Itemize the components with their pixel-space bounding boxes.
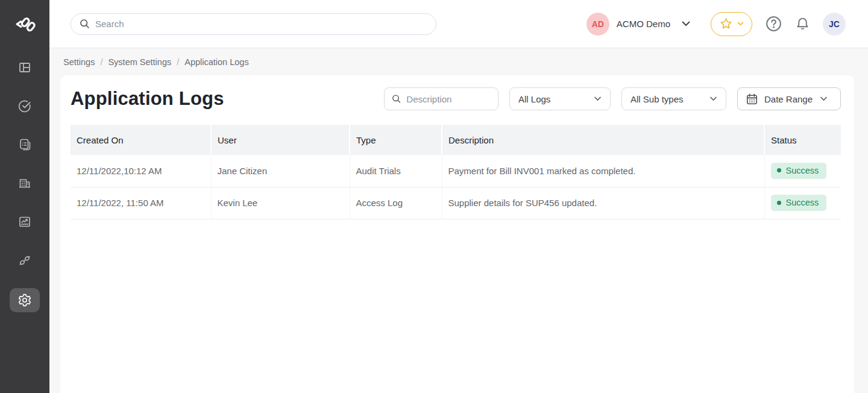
cell-status: Success [764, 187, 841, 219]
date-range-label: Date Range [764, 94, 813, 104]
table-header: Created On User Type Description Status [71, 125, 841, 155]
cell-user: Kevin Lee [211, 187, 350, 219]
chevron-down-icon [709, 96, 717, 101]
org-avatar[interactable]: AD [587, 13, 609, 36]
check-circle-icon [17, 99, 32, 113]
status-label: Success [786, 198, 819, 207]
brand-logo-icon [11, 10, 39, 38]
card-header: Application Logs All Logs [71, 75, 841, 125]
description-filter-input[interactable] [406, 94, 491, 104]
sidebar-item-documents[interactable] [0, 125, 49, 164]
application-logs-table: Created On User Type Description Status … [71, 125, 841, 219]
column-header-created-on: Created On [71, 125, 211, 155]
chevron-down-icon [682, 21, 690, 27]
status-badge: Success [771, 163, 827, 179]
cell-created-on: 12/11/2022,10:12 AM [71, 155, 211, 187]
help-button[interactable] [766, 16, 782, 32]
topbar: AD ACMO Demo [49, 0, 868, 48]
search-icon [392, 93, 401, 104]
notifications-button[interactable] [795, 16, 810, 31]
brand-logo[interactable] [11, 0, 39, 48]
log-type-select[interactable]: All Logs [509, 87, 611, 110]
filters: All Logs All Sub types [384, 87, 841, 110]
user-avatar[interactable]: JC [823, 13, 846, 36]
breadcrumb-application-logs: Application Logs [184, 57, 248, 67]
breadcrumb-system-settings[interactable]: System Settings [108, 57, 171, 67]
table-row: 12/11/2022, 11:50 AM Kevin Lee Access Lo… [71, 187, 841, 219]
breadcrumb-settings[interactable]: Settings [63, 57, 95, 67]
breadcrumb-separator: / [177, 57, 179, 67]
chart-icon [17, 215, 32, 229]
column-header-user: User [211, 125, 350, 155]
sidebar-item-reports[interactable] [0, 203, 49, 241]
sidebar-item-dashboard[interactable] [0, 48, 49, 87]
sidebar-nav [0, 48, 49, 312]
sidebar-item-company[interactable] [0, 164, 49, 203]
sidebar-item-settings[interactable] [10, 288, 40, 312]
global-search-input[interactable] [95, 19, 427, 29]
layout-icon [17, 60, 32, 75]
status-dot-icon [777, 168, 781, 172]
column-header-status: Status [764, 125, 841, 155]
plug-icon [17, 253, 32, 268]
cell-description: Supplier details for SUP456 updated. [442, 187, 764, 219]
column-header-description: Description [442, 125, 764, 155]
cell-created-on: 12/11/2022, 11:50 AM [71, 187, 211, 219]
main-area: AD ACMO Demo [49, 0, 868, 393]
status-badge: Success [771, 195, 827, 211]
help-icon [766, 16, 782, 32]
sub-type-select[interactable]: All Sub types [621, 87, 726, 110]
building-icon [17, 176, 32, 190]
content-area: Application Logs All Logs [49, 75, 868, 393]
sidebar-item-integrations[interactable] [0, 241, 49, 280]
chevron-down-icon [820, 96, 828, 101]
search-icon [80, 19, 90, 29]
cell-user: Jane Citizen [211, 155, 350, 187]
breadcrumb: Settings / System Settings / Application… [49, 48, 868, 75]
application-logs-card: Application Logs All Logs [60, 75, 854, 393]
table-row: 12/11/2022,10:12 AM Jane Citizen Audit T… [71, 155, 841, 187]
log-type-value: All Logs [518, 94, 550, 104]
sidebar [0, 0, 49, 393]
favorites-button[interactable] [711, 12, 752, 36]
description-filter[interactable] [384, 87, 498, 110]
org-name: ACMO Demo [617, 19, 670, 29]
breadcrumb-separator: / [100, 57, 102, 67]
chevron-down-icon [594, 96, 602, 101]
cell-status: Success [764, 155, 841, 187]
cell-type: Access Log [350, 187, 442, 219]
sidebar-item-approvals[interactable] [0, 87, 49, 125]
date-range-button[interactable]: Date Range [737, 87, 841, 110]
cell-description: Payment for Bill INV001 marked as comple… [442, 155, 764, 187]
page-title: Application Logs [71, 88, 224, 110]
global-search[interactable] [71, 13, 436, 35]
org-switcher[interactable] [682, 21, 690, 27]
cell-type: Audit Trials [350, 155, 442, 187]
star-icon [719, 17, 733, 31]
sub-type-value: All Sub types [631, 94, 684, 104]
chevron-down-icon [737, 22, 744, 26]
org-avatar-initials: AD [592, 19, 604, 29]
topbar-right: AD ACMO Demo [587, 12, 846, 36]
bell-icon [795, 16, 810, 31]
status-label: Success [786, 166, 819, 175]
documents-icon [17, 137, 32, 152]
settings-icon [17, 293, 32, 307]
column-header-type: Type [350, 125, 442, 155]
status-dot-icon [777, 201, 781, 205]
calendar-icon [746, 93, 758, 105]
user-avatar-initials: JC [829, 19, 840, 29]
